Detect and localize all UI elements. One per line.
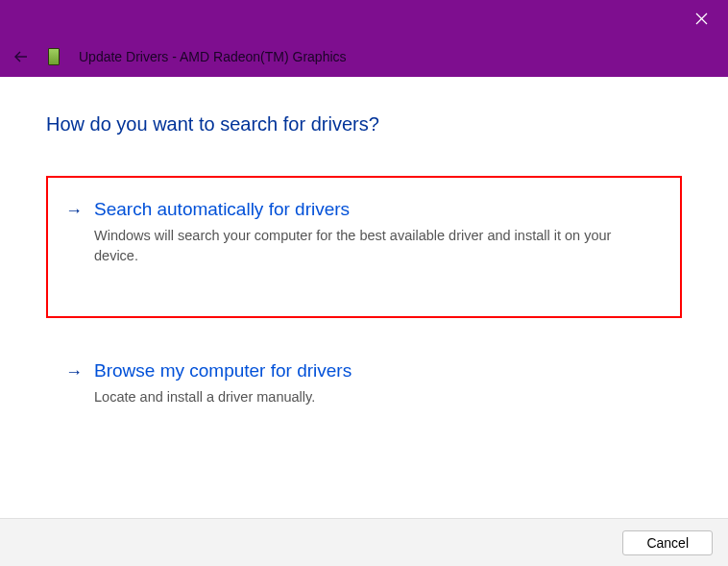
option-description: Windows will search your computer for th… <box>94 226 632 266</box>
option-body: Search automatically for drivers Windows… <box>94 199 668 266</box>
option-search-automatically[interactable]: → Search automatically for drivers Windo… <box>46 176 682 318</box>
cancel-button[interactable]: Cancel <box>622 530 713 555</box>
device-icon <box>48 48 60 65</box>
option-body: Browse my computer for drivers Locate an… <box>94 360 668 407</box>
arrow-right-icon: → <box>65 199 83 266</box>
back-arrow-icon <box>13 49 29 64</box>
close-button[interactable] <box>686 3 716 34</box>
page-heading: How do you want to search for drivers? <box>46 113 682 135</box>
footer-bar: Cancel <box>0 518 728 566</box>
window-title: Update Drivers - AMD Radeon(TM) Graphics <box>79 49 347 64</box>
option-title: Browse my computer for drivers <box>94 360 668 381</box>
option-title: Search automatically for drivers <box>94 199 668 220</box>
titlebar <box>0 0 728 37</box>
back-button[interactable] <box>13 49 29 64</box>
close-icon <box>695 12 708 25</box>
arrow-right-icon: → <box>65 360 83 407</box>
content-area: How do you want to search for drivers? →… <box>0 77 728 518</box>
option-description: Locate and install a driver manually. <box>94 387 632 407</box>
header-bar: Update Drivers - AMD Radeon(TM) Graphics <box>0 37 728 77</box>
option-browse-computer[interactable]: → Browse my computer for drivers Locate … <box>46 337 682 438</box>
